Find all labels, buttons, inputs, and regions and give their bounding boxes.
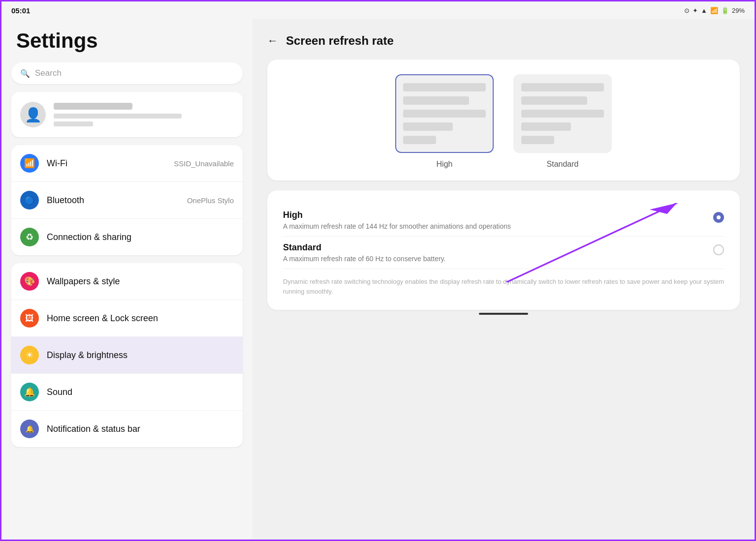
settings-group-network: 📶 Wi-Fi SSID_Unavailable 🔵 Bluetooth One… <box>11 145 243 255</box>
card-bar <box>403 136 436 144</box>
options-container: High A maximum refresh rate of 144 Hz fo… <box>267 190 740 310</box>
wifi-value: SSID_Unavailable <box>174 159 234 168</box>
card-bar <box>403 83 486 91</box>
option-standard-text: Standard A maximum refresh rate of 60 Hz… <box>283 242 713 263</box>
account-info <box>54 103 234 126</box>
account-desc-blurred <box>54 114 182 119</box>
rate-card-high-image <box>395 74 494 153</box>
connection-sharing-icon: ♻ <box>20 228 39 246</box>
wifi-label: Wi-Fi <box>47 158 166 169</box>
search-bar[interactable]: 🔍 Search <box>11 62 243 84</box>
status-bar: 05:01 ⊙ ✦ ▲ 📶 🔋 29% <box>1 1 755 19</box>
notification-icon: 🔔 <box>20 420 39 438</box>
sidebar-item-bluetooth[interactable]: 🔵 Bluetooth OnePlus Stylo <box>11 182 243 219</box>
dynamic-refresh-note: Dynamic refresh rate switching technolog… <box>283 277 724 296</box>
search-placeholder: Search <box>35 68 62 78</box>
option-standard-title: Standard <box>283 242 713 253</box>
sidebar-item-notification-status[interactable]: 🔔 Notification & status bar <box>11 411 243 447</box>
rate-card-standard-label: Standard <box>547 160 579 169</box>
sidebar-item-wifi[interactable]: 📶 Wi-Fi SSID_Unavailable <box>11 145 243 182</box>
display-brightness-label: Display & brightness <box>47 350 234 361</box>
account-card[interactable]: 👤 <box>11 92 243 137</box>
bluetooth-label: Bluetooth <box>47 195 179 206</box>
refresh-rate-cards: High Standard <box>267 60 740 180</box>
status-icons: ⊙ ✦ ▲ 📶 🔋 29% <box>684 7 745 14</box>
sidebar-item-display-brightness[interactable]: ☀ Display & brightness <box>11 337 243 374</box>
card-bar <box>521 96 587 105</box>
option-high-title: High <box>283 210 713 220</box>
nfc-icon: ✦ <box>693 7 698 14</box>
account-desc-blurred2 <box>54 121 93 126</box>
option-standard-desc: A maximum refresh rate of 60 Hz to conse… <box>283 255 713 263</box>
battery-icon: 🔋 <box>721 7 729 14</box>
back-button[interactable]: ← <box>267 34 278 47</box>
card-bar <box>403 96 469 105</box>
battery-percent: 29% <box>732 7 745 14</box>
display-brightness-icon: ☀ <box>20 346 39 364</box>
bottom-indicator <box>479 313 528 315</box>
right-panel: ← Screen refresh rate High <box>252 19 755 540</box>
status-time: 05:01 <box>11 6 30 15</box>
sound-label: Sound <box>47 387 234 397</box>
settings-title: Settings <box>11 29 243 53</box>
sidebar-item-home-screen[interactable]: 🖼 Home screen & Lock screen <box>11 300 243 337</box>
sound-icon: 🔔 <box>20 383 39 401</box>
right-header: ← Screen refresh rate <box>267 34 740 48</box>
option-high-text: High A maximum refresh rate of 144 Hz fo… <box>283 210 713 230</box>
rate-card-standard-image <box>513 74 612 153</box>
card-bar <box>403 110 486 118</box>
wallpapers-icon: 🎨 <box>20 272 39 291</box>
card-bar <box>521 122 571 131</box>
avatar-icon: 👤 <box>25 107 42 123</box>
card-bar <box>403 122 453 131</box>
wallpapers-label: Wallpapers & style <box>47 276 234 287</box>
radio-standard[interactable] <box>713 244 724 255</box>
rate-card-high[interactable]: High <box>395 74 494 169</box>
sidebar-item-wallpapers[interactable]: 🎨 Wallpapers & style <box>11 263 243 300</box>
right-panel-title: Screen refresh rate <box>286 34 394 48</box>
alarm-icon: ⊙ <box>684 7 690 14</box>
signal-icon: 📶 <box>710 7 718 14</box>
option-high[interactable]: High A maximum refresh rate of 144 Hz fo… <box>283 204 724 237</box>
rate-card-standard[interactable]: Standard <box>513 74 612 169</box>
main-layout: Settings 🔍 Search 👤 📶 Wi-Fi SSID_Unavail… <box>1 19 755 540</box>
bottom-bar <box>267 310 740 320</box>
card-bar <box>521 136 554 144</box>
avatar: 👤 <box>20 102 46 127</box>
bluetooth-value: OnePlus Stylo <box>187 196 234 205</box>
sidebar-item-sound[interactable]: 🔔 Sound <box>11 374 243 411</box>
card-bar <box>521 110 604 118</box>
search-icon: 🔍 <box>20 69 30 78</box>
sidebar-item-connection-sharing[interactable]: ♻ Connection & sharing <box>11 219 243 255</box>
option-standard[interactable]: Standard A maximum refresh rate of 60 Hz… <box>283 237 724 269</box>
bluetooth-icon: 🔵 <box>20 191 39 210</box>
wifi-icon: ▲ <box>701 7 707 14</box>
home-screen-icon: 🖼 <box>20 309 39 328</box>
account-name-blurred <box>54 103 132 110</box>
settings-group-display: 🎨 Wallpapers & style 🖼 Home screen & Loc… <box>11 263 243 447</box>
home-screen-label: Home screen & Lock screen <box>47 313 234 324</box>
connection-sharing-label: Connection & sharing <box>47 232 234 242</box>
option-high-desc: A maximum refresh rate of 144 Hz for smo… <box>283 222 713 230</box>
radio-high[interactable] <box>713 212 724 223</box>
card-bar <box>521 83 604 91</box>
wifi-icon: 📶 <box>20 154 39 173</box>
rate-card-high-label: High <box>437 160 453 169</box>
left-panel: Settings 🔍 Search 👤 📶 Wi-Fi SSID_Unavail… <box>1 19 252 540</box>
notification-label: Notification & status bar <box>47 424 234 434</box>
